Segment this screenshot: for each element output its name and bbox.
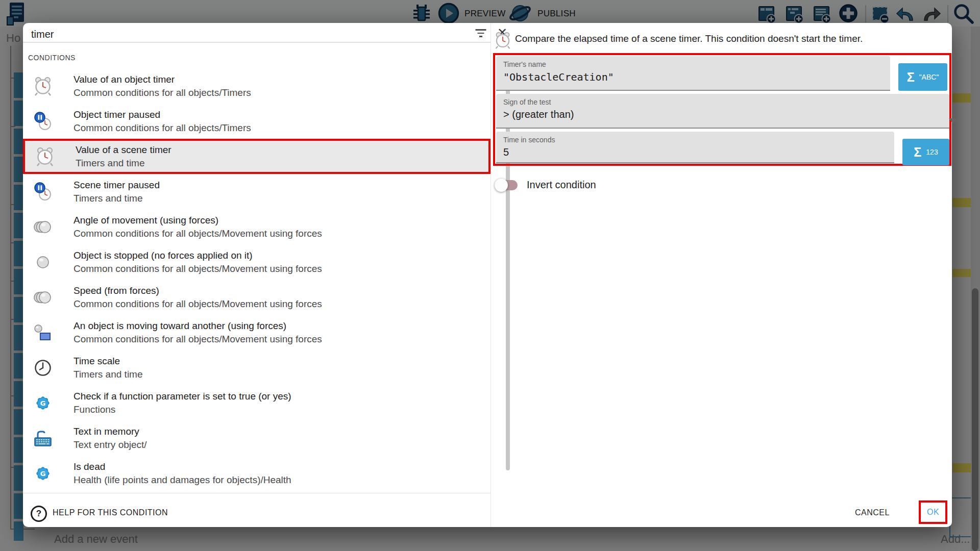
list-item-speed-from-forces[interactable]: Speed (from forces)Common conditions for…	[23, 280, 491, 315]
list-item-moving-toward-another[interactable]: An object is moving toward another (usin…	[23, 315, 491, 350]
condition-subtitle: Functions	[74, 403, 480, 416]
condition-title: An object is moving toward another (usin…	[74, 319, 480, 333]
clock-icon	[33, 356, 53, 380]
list-item-function-parameter-true[interactable]: G Check if a function parameter is set t…	[23, 385, 491, 420]
number-expression-button[interactable]: Σ 123	[902, 139, 949, 165]
condition-title: Angle of movement (using forces)	[74, 214, 480, 227]
condition-editor-dialog: ✕ CONDITIONS Value of an object timerCom…	[23, 23, 952, 527]
condition-subtitle: Timers and time	[74, 368, 480, 381]
time-in-seconds-field[interactable]: Time in seconds 5	[496, 132, 894, 163]
condition-subtitle: Common conditions for all objects/Moveme…	[74, 333, 480, 346]
chevron-down-icon	[949, 118, 957, 123]
help-for-condition-button[interactable]: HELP FOR THIS CONDITION	[53, 508, 168, 517]
list-item-scene-timer-paused[interactable]: Scene timer pausedTimers and time	[23, 174, 491, 209]
cancel-button[interactable]: CANCEL	[855, 508, 890, 517]
list-item-object-stopped[interactable]: Object is stopped (no forces applied on …	[23, 244, 491, 280]
invert-condition-toggle-knob[interactable]	[495, 179, 508, 192]
list-item-object-timer-paused[interactable]: Object timer pausedCommon conditions for…	[23, 104, 491, 139]
list-item-value-of-scene-timer[interactable]: Value of a scene timerTimers and time	[23, 139, 491, 174]
spheres-icon	[33, 215, 53, 239]
sigma-icon: Σ	[907, 71, 915, 84]
condition-subtitle: Health (life points and damages for obje…	[74, 473, 480, 487]
sign-of-test-value: > (greater than)	[503, 109, 574, 120]
condition-description: Compare the elapsed time of a scene time…	[515, 33, 954, 44]
condition-title: Text in memory	[74, 425, 480, 438]
condition-title: Time scale	[74, 355, 480, 368]
condition-title: Value of a scene timer	[76, 143, 478, 157]
list-item-angle-of-movement[interactable]: Angle of movement (using forces)Common c…	[23, 209, 491, 244]
condition-subtitle: Timers and time	[74, 192, 480, 205]
footer-divider	[23, 493, 491, 493]
search-input[interactable]	[30, 27, 451, 41]
condition-title: Is dead	[74, 460, 480, 473]
condition-subtitle: Text entry object/	[74, 438, 480, 452]
gdevelop-app-window: PREVIEW PUBLISH	[0, 0, 980, 551]
list-item-text-in-memory[interactable]: Text in memoryText entry object/	[23, 420, 491, 456]
keyboard-icon	[33, 427, 53, 450]
help-icon[interactable]: ?	[31, 506, 47, 522]
condition-title: Value of an object timer	[74, 73, 480, 86]
svg-text:G: G	[40, 399, 46, 407]
paused-timer-icon	[33, 180, 53, 204]
condition-title: Speed (from forces)	[74, 284, 480, 297]
condition-title: Object timer paused	[74, 108, 480, 121]
timer-name-field[interactable]: Timer's name "ObstacleCreation"	[496, 56, 890, 91]
ok-button[interactable]: OK	[927, 508, 939, 517]
condition-subtitle: Common conditions for all objects/Moveme…	[74, 227, 480, 240]
sign-of-test-label: Sign of the test	[503, 98, 551, 106]
time-in-seconds-value: 5	[503, 146, 509, 158]
gear-extension-icon: G	[33, 462, 53, 485]
alarm-clock-icon	[35, 145, 55, 168]
string-expression-button[interactable]: Σ "ABC"	[898, 63, 947, 91]
conditions-list-header: CONDITIONS	[28, 54, 76, 62]
paused-timer-icon	[33, 110, 53, 133]
timer-name-label: Timer's name	[503, 60, 546, 68]
num123-label: 123	[926, 148, 938, 156]
search-divider	[23, 42, 491, 43]
timer-name-value: "ObstacleCreation"	[503, 71, 614, 83]
condition-title: Check if a function parameter is set to …	[74, 390, 480, 403]
condition-subtitle: Timers and time	[76, 157, 478, 170]
spheres-icon	[33, 286, 53, 309]
alarm-clock-icon	[494, 31, 511, 52]
condition-subtitle: Common conditions for all objects/Timers	[74, 86, 480, 99]
list-item-is-dead[interactable]: G Is deadHealth (life points and damages…	[23, 456, 491, 491]
condition-subtitle: Common conditions for all objects/Moveme…	[74, 297, 480, 311]
invert-condition-label: Invert condition	[527, 179, 596, 191]
abc-label: "ABC"	[919, 73, 939, 81]
condition-subtitle: Common conditions for all objects/Timers	[74, 121, 480, 135]
panel-divider	[491, 23, 491, 527]
time-in-seconds-label: Time in seconds	[503, 136, 555, 144]
gear-extension-icon: G	[33, 391, 53, 415]
list-item-value-of-object-timer[interactable]: Value of an object timerCommon condition…	[23, 68, 491, 104]
list-item-time-scale[interactable]: Time scaleTimers and time	[23, 350, 491, 385]
alarm-clock-icon	[33, 74, 53, 98]
svg-text:G: G	[40, 470, 46, 478]
condition-title: Object is stopped (no forces applied on …	[74, 249, 480, 262]
filter-icon[interactable]	[475, 29, 486, 38]
sphere-and-square-icon	[33, 321, 53, 344]
condition-title: Scene timer paused	[74, 179, 480, 192]
condition-subtitle: Common conditions for all objects/Moveme…	[74, 262, 480, 276]
ok-button-annotation[interactable]: OK	[919, 500, 947, 524]
sign-of-test-select[interactable]: Sign of the test > (greater than)	[496, 94, 949, 129]
sigma-icon: Σ	[914, 146, 921, 159]
sphere-icon	[33, 251, 53, 274]
